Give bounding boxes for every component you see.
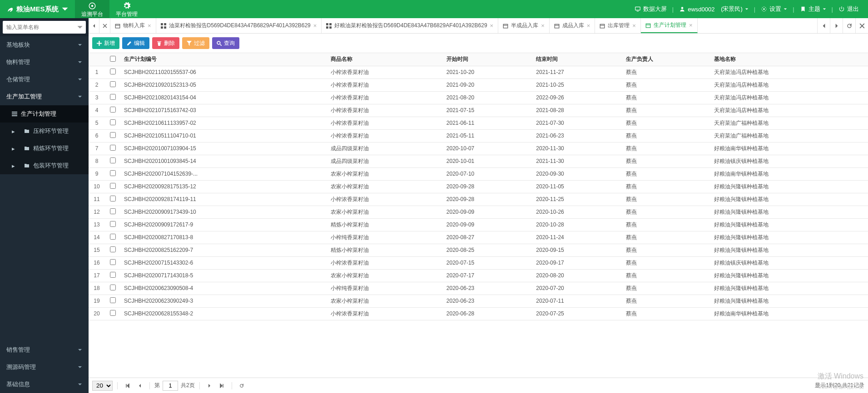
nav-basic[interactable]: 基础信息 [0,376,89,393]
tab-close[interactable]: × [313,22,317,29]
topnav-trace[interactable]: 追溯平台 [75,0,109,18]
logout-button[interactable]: 退出 [835,5,863,13]
col-end[interactable]: 结束时间 [532,53,622,66]
col-start[interactable]: 开始时间 [443,53,533,66]
tab[interactable]: 半成品入库× [498,18,550,33]
row-check[interactable] [110,310,116,316]
tab-close[interactable]: × [148,22,151,29]
table-row[interactable]: 2SCJHBH20210920152313-05小榨浓香菜籽油2021-09-2… [89,79,868,91]
query-button[interactable]: 查询 [212,37,239,49]
tab[interactable]: 物料入库× [110,18,156,33]
nav-prod-refine[interactable]: ▸ 精炼环节管理 [0,140,89,157]
col-plan[interactable]: 生产计划编号 [120,53,327,66]
nav-warehouse[interactable]: 仓储管理 [0,71,89,88]
row-check[interactable] [110,183,116,189]
col-base[interactable]: 基地名称 [710,53,868,66]
user-menu[interactable]: ewsd0002 (宋景民) [675,5,752,13]
row-check[interactable] [110,234,116,240]
pager-first[interactable] [122,381,132,391]
table-row[interactable]: 3SCJHBH20210820143154-04小榨浓香菜籽油2021-08-2… [89,91,868,104]
tabs-scroll-left[interactable] [89,18,99,33]
table-row[interactable]: 7SCJHBH20201007103904-15成品四级菜籽油2020-10-0… [89,142,868,155]
nav-trace[interactable]: 溯源码管理 [0,359,89,376]
table-row[interactable]: 4SCJHBH20210715163742-03小榨浓香菜籽油2021-07-1… [89,104,868,117]
table-row[interactable]: 18SCJHBH20200623090508-4小榨纯香菜籽油2020-06-2… [89,282,868,295]
row-check[interactable] [110,157,116,163]
tab-close[interactable]: × [632,22,636,29]
delete-button[interactable]: 删除 [152,37,179,49]
caret-down-icon[interactable] [61,5,69,13]
table-row[interactable]: 17SCJHBH20200717143018-5农家小榨菜籽油2020-07-1… [89,269,868,282]
table-row[interactable]: 12SCJHBH20200909173439-10农家小榨菜籽油2020-09-… [89,206,868,218]
row-check[interactable] [110,196,116,201]
nav-prod-press[interactable]: ▸ 压榨环节管理 [0,123,89,140]
tab-close[interactable]: × [689,22,693,29]
row-check[interactable] [110,81,116,87]
table-row[interactable]: 10SCJHBH20200928175135-12农家小榨菜籽油2020-09-… [89,180,868,193]
table-row[interactable]: 14SCJHBH20200827170813-8小榨纯香菜籽油2020-08-2… [89,231,868,244]
nav-sales[interactable]: 销售管理 [0,341,89,359]
table-row[interactable]: 20SCJHBH20200628155348-2小榨浓香菜籽油2020-06-2… [89,307,868,320]
tabs-close-current[interactable] [99,18,110,33]
table-row[interactable]: 19SCJHBH20200623090249-3农家小榨菜籽油2020-06-2… [89,295,868,307]
row-check[interactable] [110,221,116,227]
tab[interactable]: 出库管理× [595,18,641,33]
table-row[interactable]: 13SCJHBH20200909172617-9精炼小榨菜籽油2020-09-0… [89,218,868,231]
nav-prod-plan[interactable]: 生产计划管理 [0,105,89,123]
row-check[interactable] [110,119,116,125]
row-check[interactable] [110,69,116,74]
pager-next[interactable] [204,381,214,391]
table-row[interactable]: 11SCJHBH20200928174119-11小榨浓香菜籽油2020-09-… [89,193,868,206]
edit-button[interactable]: 编辑 [122,37,149,49]
row-check[interactable] [110,132,116,138]
add-button[interactable]: 新增 [92,37,119,49]
theme-menu[interactable]: 主题 [796,5,830,13]
chevron-down-icon[interactable] [77,24,83,30]
table-row[interactable]: 15SCJHBH20200825162209-7精炼小榨菜籽油2020-08-2… [89,244,868,256]
nav-prod-pack[interactable]: ▸ 包装环节管理 [0,157,89,174]
pager-prev[interactable] [135,381,145,391]
nav-production[interactable]: 生产加工管理 [0,88,89,105]
tab[interactable]: 好粮油菜籽检验报告D569D4DE843A47B6829AF401A392B62… [322,18,498,33]
nav-material[interactable]: 物料管理 [0,54,89,71]
filter-button[interactable]: 过滤 [182,37,209,49]
tab-close[interactable]: × [490,22,494,29]
tab-close[interactable]: × [541,22,545,29]
tab-close-all[interactable] [855,18,868,33]
col-person[interactable]: 生产负责人 [622,53,710,66]
pager-last[interactable] [217,381,227,391]
table-row[interactable]: 8SCJHBH20201001093845-14成品四级菜籽油2020-10-0… [89,155,868,167]
check-all[interactable] [110,56,116,62]
table-row[interactable]: 1SCJHBH20211020155537-06小榨浓香菜籽油2021-10-2… [89,66,868,79]
pager-page-input[interactable] [163,381,178,391]
topnav-platform[interactable]: 平台管理 [109,0,144,18]
row-check[interactable] [110,208,116,214]
row-check[interactable] [110,94,116,100]
row-check[interactable] [110,170,116,176]
table-row[interactable]: 16SCJHBH20200715143302-6小榨浓香菜籽油2020-07-1… [89,256,868,269]
pagesize-select[interactable]: 20 [92,381,113,391]
pager-refresh[interactable] [237,381,247,391]
tab[interactable]: 油菜籽检验报告D569D4DE843A47B6829AF401A392B629× [156,18,322,33]
settings-menu[interactable]: 设置 [757,5,791,13]
tab-nav-left[interactable] [817,18,830,33]
row-check[interactable] [110,145,116,151]
nav-base[interactable]: 基地板块 [0,36,89,54]
col-product[interactable]: 商品名称 [327,53,443,66]
dashboard-link[interactable]: 数据大屏 [631,5,670,13]
tab-refresh[interactable] [843,18,855,33]
row-check[interactable] [110,272,116,278]
menu-search-input[interactable] [3,21,86,34]
row-check[interactable] [110,259,116,265]
tab-nav-right[interactable] [830,18,843,33]
row-check[interactable] [110,107,116,113]
tab[interactable]: 成品入库× [550,18,595,33]
row-check[interactable] [110,285,116,290]
table-row[interactable]: 5SCJHBH20210611133957-02小榨浓香菜籽油2021-06-1… [89,117,868,129]
row-check[interactable] [110,246,116,252]
row-check[interactable] [110,297,116,303]
table-row[interactable]: 6SCJHBH20210511104710-01小榨浓香菜籽油2021-05-1… [89,129,868,142]
tab[interactable]: 生产计划管理× [641,18,698,33]
tab-close[interactable]: × [587,22,590,29]
table-row[interactable]: 9SCJHBH20200710415263​9-...农家小榨菜籽油2020-0… [89,167,868,180]
